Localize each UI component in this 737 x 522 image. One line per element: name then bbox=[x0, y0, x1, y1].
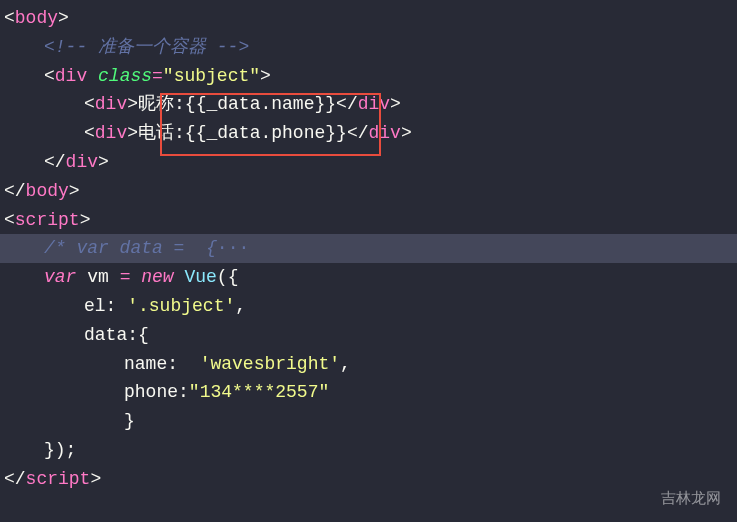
code-line: }); bbox=[0, 436, 737, 465]
punct-close-all: }); bbox=[44, 440, 76, 460]
keyword-new: new bbox=[130, 267, 184, 287]
code-line: <script> bbox=[0, 206, 737, 235]
code-line: <div>电话:{{_data.phone}}</div> bbox=[0, 119, 737, 148]
attr-value-subject: "subject" bbox=[163, 66, 260, 86]
prop-name: name bbox=[124, 354, 167, 374]
punct-close-brace: } bbox=[124, 411, 135, 431]
punct-open: ({ bbox=[217, 267, 239, 287]
attr-class: class bbox=[98, 66, 152, 86]
collapsed-comment: /* var data = { bbox=[44, 238, 217, 258]
code-line: <!-- 准备一个容器 --> bbox=[0, 33, 737, 62]
code-line: el: '.subject', bbox=[0, 292, 737, 321]
prop-phone: phone bbox=[124, 382, 178, 402]
text-phone-label: 电话: bbox=[138, 123, 185, 143]
html-comment: <!-- 准备一个容器 --> bbox=[44, 37, 249, 57]
tag-body-close: body bbox=[26, 181, 69, 201]
string-name: 'wavesbright' bbox=[200, 354, 340, 374]
tag-div: div bbox=[95, 94, 127, 114]
text-nickname-label: 昵称: bbox=[138, 94, 185, 114]
code-line: <body> bbox=[0, 4, 737, 33]
code-line: </div> bbox=[0, 148, 737, 177]
code-line-collapsed[interactable]: /* var data = {··· bbox=[0, 234, 737, 263]
tag-div: div bbox=[55, 66, 87, 86]
code-line: } bbox=[0, 407, 737, 436]
code-line: var vm = new Vue({ bbox=[0, 263, 737, 292]
string-el: '.subject' bbox=[127, 296, 235, 316]
tag-body-open: body bbox=[15, 8, 58, 28]
prop-el: el bbox=[84, 296, 106, 316]
var-vm: vm bbox=[76, 267, 119, 287]
class-vue: Vue bbox=[184, 267, 216, 287]
code-line: </body> bbox=[0, 177, 737, 206]
code-line: data:{ bbox=[0, 321, 737, 350]
operator-eq: = bbox=[120, 267, 131, 287]
tag-script-open: script bbox=[15, 210, 80, 230]
tag-div: div bbox=[95, 123, 127, 143]
prop-data: data bbox=[84, 325, 127, 345]
mustache-phone: {{_data.phone}} bbox=[185, 123, 347, 143]
tag-div-close: div bbox=[66, 152, 98, 172]
code-line: <div>昵称:{{_data.name}}</div> bbox=[0, 90, 737, 119]
watermark-text: 吉林龙网 bbox=[661, 486, 721, 510]
keyword-var: var bbox=[44, 267, 76, 287]
code-line: name: 'wavesbright', bbox=[0, 350, 737, 379]
mustache-name: {{_data.name}} bbox=[185, 94, 336, 114]
tag-script-close: script bbox=[26, 469, 91, 489]
fold-indicator[interactable]: ··· bbox=[217, 238, 249, 258]
code-line: phone:"134****2557" bbox=[0, 378, 737, 407]
code-line: <div class="subject"> bbox=[0, 62, 737, 91]
code-line: </script> bbox=[0, 465, 737, 494]
code-editor: <body> <!-- 准备一个容器 --> <div class="subje… bbox=[0, 4, 737, 494]
string-phone: "134****2557" bbox=[189, 382, 329, 402]
tag-div-close: div bbox=[368, 123, 400, 143]
tag-div-close: div bbox=[358, 94, 390, 114]
